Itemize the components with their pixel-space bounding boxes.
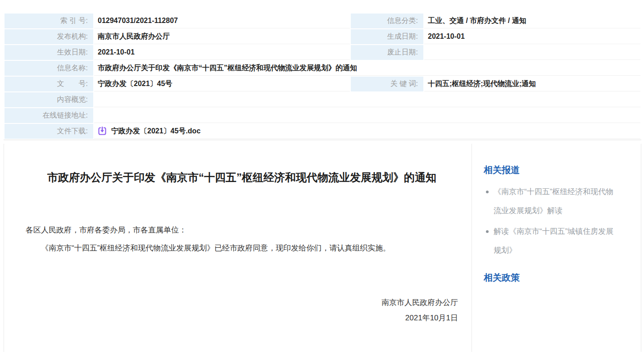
table-row: 文 号: 宁政办发〔2021〕45号 关 键 词: 十四五;枢纽经济;现代物流业… bbox=[5, 77, 640, 91]
document-signature-block: 南京市人民政府办公厅 2021年10月1日 bbox=[26, 295, 458, 326]
related-report-link[interactable]: 解读《南京市“十四五”城镇住房发展规划》 bbox=[484, 222, 614, 260]
field-label-info-name: 信息名称: bbox=[5, 61, 93, 76]
field-label-keywords: 关 键 词: bbox=[351, 77, 423, 91]
related-report-link[interactable]: 《南京市“十四五”枢纽经济和现代物流业发展规划》解读 bbox=[484, 182, 614, 220]
table-row: 在线链接地址: bbox=[5, 108, 640, 123]
field-value-issuing-agency: 南京市人民政府办公厅 bbox=[94, 29, 350, 44]
related-sidebar: 相关报道 《南京市“十四五”枢纽经济和现代物流业发展规划》解读 解读《南京市“十… bbox=[472, 144, 641, 352]
field-value-created-date: 2021-10-01 bbox=[424, 29, 640, 44]
field-label-content-overview: 内容概览: bbox=[5, 92, 93, 107]
download-file-link[interactable]: 宁政办发〔2021〕45号.doc bbox=[111, 127, 200, 136]
field-label-online-link: 在线链接地址: bbox=[5, 108, 93, 123]
field-value-index-number: 012947031/2021-112807 bbox=[94, 14, 350, 28]
related-reports-list: 《南京市“十四五”枢纽经济和现代物流业发展规划》解读 解读《南京市“十四五”城镇… bbox=[484, 182, 623, 260]
signature-date: 2021年10月1日 bbox=[26, 310, 458, 326]
document-paragraph: 《南京市“十四五”枢纽经济和现代物流业发展规划》已经市政府同意，现印发给你们，请… bbox=[26, 239, 458, 257]
document-content-box: 市政府办公厅关于印发《南京市“十四五”枢纽经济和现代物流业发展规划》的通知 各区… bbox=[4, 144, 641, 352]
document-salutation: 各区人民政府，市府各委办局，市各直属单位： bbox=[26, 221, 458, 239]
field-value-content-overview bbox=[94, 92, 640, 107]
field-label-file-download: 文件下载: bbox=[5, 124, 93, 139]
table-row: 内容概览: bbox=[5, 92, 640, 107]
table-row: 文件下载: 宁政办发〔2021〕45号.doc bbox=[5, 124, 640, 139]
download-icon bbox=[98, 127, 107, 136]
document-meta-table: 索 引 号: 012947031/2021-112807 信息分类: 工业、交通… bbox=[4, 13, 641, 140]
field-value-repeal-date bbox=[424, 45, 640, 60]
field-label-index-number: 索 引 号: bbox=[5, 14, 93, 28]
related-reports-heading: 相关报道 bbox=[484, 164, 623, 176]
field-value-effective-date: 2021-10-01 bbox=[94, 45, 350, 60]
document-title: 市政府办公厅关于印发《南京市“十四五”枢纽经济和现代物流业发展规划》的通知 bbox=[32, 166, 451, 189]
field-label-effective-date: 生效日期: bbox=[5, 45, 93, 60]
related-policies-heading: 相关政策 bbox=[484, 272, 623, 284]
table-row: 信息名称: 市政府办公厅关于印发《南京市“十四五”枢纽经济和现代物流业发展规划》… bbox=[5, 61, 640, 76]
field-label-repeal-date: 废止日期: bbox=[351, 45, 423, 60]
table-row: 索 引 号: 012947031/2021-112807 信息分类: 工业、交通… bbox=[5, 14, 640, 28]
field-value-keywords: 十四五;枢纽经济;现代物流业;通知 bbox=[424, 77, 640, 91]
field-value-info-category: 工业、交通 / 市府办文件 / 通知 bbox=[424, 14, 640, 28]
field-label-created-date: 生成日期: bbox=[351, 29, 423, 44]
table-row: 生效日期: 2021-10-01 废止日期: bbox=[5, 45, 640, 60]
table-row: 发布机构: 南京市人民政府办公厅 生成日期: 2021-10-01 bbox=[5, 29, 640, 44]
document-body: 各区人民政府，市府各委办局，市各直属单位： 《南京市“十四五”枢纽经济和现代物流… bbox=[26, 221, 458, 257]
field-label-info-category: 信息分类: bbox=[351, 14, 423, 28]
field-value-online-link bbox=[94, 108, 640, 123]
signature-issuer: 南京市人民政府办公厅 bbox=[26, 295, 458, 310]
field-label-doc-number: 文 号: bbox=[5, 77, 93, 91]
field-value-doc-number: 宁政办发〔2021〕45号 bbox=[94, 77, 350, 91]
field-value-info-name: 市政府办公厅关于印发《南京市“十四五”枢纽经济和现代物流业发展规划》的通知 bbox=[94, 61, 640, 76]
field-label-issuing-agency: 发布机构: bbox=[5, 29, 93, 44]
document-main-column: 市政府办公厅关于印发《南京市“十四五”枢纽经济和现代物流业发展规划》的通知 各区… bbox=[4, 144, 472, 352]
